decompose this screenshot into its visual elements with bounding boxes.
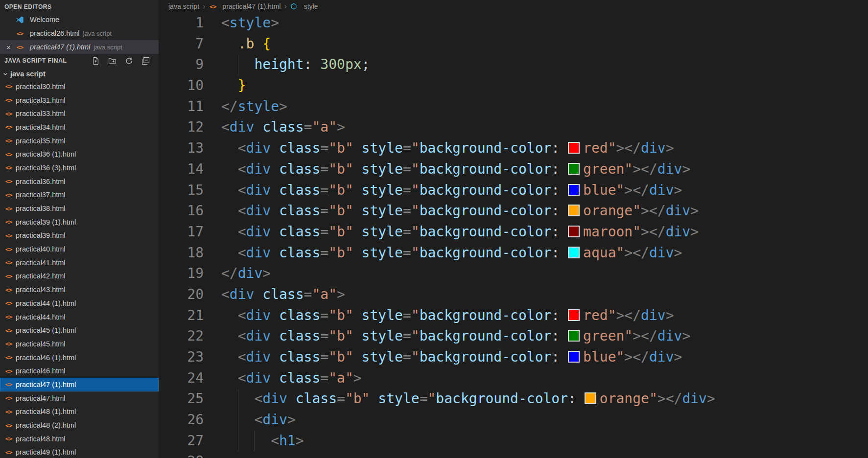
color-swatch[interactable]: [568, 226, 580, 237]
file-item[interactable]: <>practical45 (1).html: [0, 323, 159, 337]
file-item[interactable]: <>practical36 (3).html: [0, 161, 159, 175]
code-token: div: [666, 224, 691, 240]
line-number: 16: [159, 201, 204, 222]
file-item[interactable]: <>practical45.html: [0, 337, 159, 351]
color-swatch[interactable]: [568, 247, 580, 258]
color-swatch[interactable]: [585, 392, 596, 404]
code-token: "b": [328, 161, 353, 177]
color-swatch[interactable]: [568, 142, 580, 154]
code-token: <: [221, 286, 230, 302]
code-token: "b": [328, 245, 353, 261]
code-line[interactable]: 26 <div>: [159, 410, 868, 431]
code-line[interactable]: 11</style>: [159, 96, 868, 117]
code-line[interactable]: 17 <div class="b" style="background-colo…: [159, 222, 868, 243]
line-number: 13: [159, 138, 204, 159]
code-line[interactable]: 25 <div class="b" style="background-colo…: [159, 389, 868, 410]
open-editor-item[interactable]: <>practical26.htmljava script: [0, 26, 159, 40]
code-token: =: [337, 390, 345, 407]
color-swatch[interactable]: [568, 309, 580, 321]
file-item[interactable]: <>practical40.html: [0, 242, 159, 256]
code-line[interactable]: 20<div class="a">: [159, 284, 868, 305]
code-token: [353, 349, 362, 365]
breadcrumb-label: style: [304, 2, 318, 10]
file-item[interactable]: <>practical44 (1).html: [0, 297, 159, 310]
refresh-button[interactable]: [125, 57, 136, 65]
code-line[interactable]: 28: [159, 451, 868, 458]
code-token: :: [551, 224, 568, 240]
code-line[interactable]: 7 .b {: [159, 34, 868, 55]
code-line[interactable]: 27 <h1>: [159, 431, 868, 452]
file-item[interactable]: <>practical39.html: [0, 229, 159, 243]
code-area[interactable]: 1<style>7 .b {9 height: 300px;10 }11</st…: [159, 13, 868, 458]
new-file-button[interactable]: [92, 57, 103, 65]
html-icon: <>: [4, 178, 13, 185]
color-swatch[interactable]: [568, 351, 580, 363]
code-line[interactable]: 21 <div class="b" style="background-colo…: [159, 305, 868, 326]
breadcrumb-item[interactable]: java script: [168, 2, 199, 10]
code-line[interactable]: 1<style>: [159, 13, 868, 34]
code-token: blue": [583, 349, 624, 365]
new-folder-button[interactable]: [108, 57, 119, 65]
file-item[interactable]: <>practical34.html: [0, 120, 159, 134]
code-line[interactable]: 16 <div class="b" style="background-colo…: [159, 201, 868, 222]
code-line[interactable]: 9 height: 300px;: [159, 54, 868, 75]
file-item[interactable]: <>practical48 (2).html: [0, 418, 159, 432]
code-line[interactable]: 10 }: [159, 75, 868, 96]
file-item[interactable]: <>practical41.html: [0, 256, 159, 270]
file-item[interactable]: <>practical36.html: [0, 175, 159, 188]
file-item[interactable]: <>practical38.html: [0, 202, 159, 215]
code-line[interactable]: 13 <div class="b" style="background-colo…: [159, 138, 868, 159]
file-item[interactable]: <>practical36 (1).html: [0, 147, 159, 161]
file-item[interactable]: <>practical48 (1).html: [0, 405, 159, 419]
breadcrumb-item[interactable]: <>practical47 (1).html: [209, 2, 281, 10]
close-icon[interactable]: ×: [4, 43, 13, 51]
file-item[interactable]: <>practical44.html: [0, 310, 159, 324]
file-item[interactable]: <>practical42.html: [0, 270, 159, 283]
file-name: practical46.html: [16, 367, 66, 375]
code-token: ></: [624, 349, 649, 365]
code-token: </: [221, 265, 238, 281]
html-icon: <>: [4, 137, 13, 144]
code-token: "a": [328, 370, 353, 386]
file-item[interactable]: <>practical33.html: [0, 107, 159, 120]
open-editor-item[interactable]: Welcome: [0, 13, 159, 26]
color-swatch[interactable]: [568, 163, 580, 175]
html-icon: <>: [4, 449, 13, 456]
editor-pane: java script›<>practical47 (1).html›style…: [159, 0, 868, 458]
breadcrumb-item[interactable]: style: [290, 2, 318, 10]
file-item[interactable]: <>practical43.html: [0, 283, 159, 297]
file-item[interactable]: <>practical46.html: [0, 364, 159, 378]
code-line[interactable]: 19</div>: [159, 263, 868, 284]
code-line[interactable]: 15 <div class="b" style="background-colo…: [159, 180, 868, 201]
file-item[interactable]: <>practical39 (1).html: [0, 215, 159, 229]
file-item[interactable]: <>practical37.html: [0, 188, 159, 202]
file-item[interactable]: <>practical48.html: [0, 432, 159, 446]
code-token: h1: [279, 433, 296, 449]
file-item[interactable]: <>practical30.html: [0, 80, 159, 93]
code-line[interactable]: 18 <div class="b" style="background-colo…: [159, 243, 868, 264]
code-token: class: [279, 328, 320, 344]
code-line[interactable]: 23 <div class="b" style="background-colo…: [159, 347, 868, 368]
file-item[interactable]: <>practical35.html: [0, 134, 159, 148]
html-icon: <>: [4, 435, 13, 442]
color-swatch[interactable]: [568, 184, 580, 196]
collapse-all-button[interactable]: [141, 57, 153, 65]
code-line[interactable]: 24 <div class="a">: [159, 368, 868, 389]
code-token: =: [320, 307, 328, 323]
file-item[interactable]: <>practical47.html: [0, 391, 159, 405]
code-line[interactable]: 22 <div class="b" style="background-colo…: [159, 326, 868, 347]
file-item[interactable]: <>practical49 (1).html: [0, 446, 159, 458]
file-item[interactable]: <>practical31.html: [0, 93, 159, 107]
folder-row-java-script[interactable]: java script: [0, 68, 159, 80]
code-line[interactable]: 14 <div class="b" style="background-colo…: [159, 159, 868, 180]
open-editor-item[interactable]: ×<>practical47 (1).htmljava script: [0, 40, 159, 54]
explorer-section-header[interactable]: JAVA SCRIPT FINAL: [0, 54, 159, 68]
code-line[interactable]: 12<div class="a">: [159, 117, 868, 138]
code-token: <: [221, 119, 230, 135]
file-item[interactable]: <>practical47 (1).html: [0, 378, 159, 391]
color-swatch[interactable]: [568, 205, 580, 216]
code-token: ></: [633, 328, 657, 344]
file-name: practical36 (1).html: [16, 150, 76, 158]
file-item[interactable]: <>practical46 (1).html: [0, 351, 159, 365]
color-swatch[interactable]: [568, 330, 580, 342]
